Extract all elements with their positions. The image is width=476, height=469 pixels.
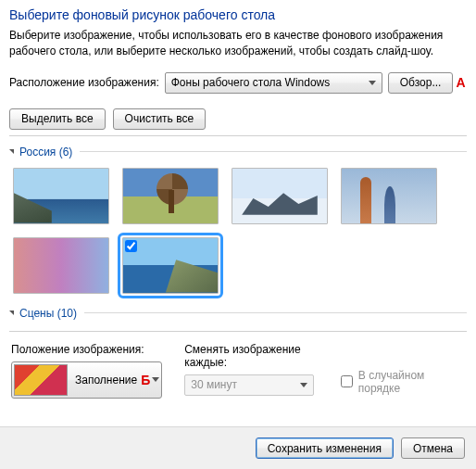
dialog-footer: Сохранить изменения Отмена [0, 426, 476, 469]
chevron-down-icon [300, 383, 307, 387]
select-all-button[interactable]: Выделить все [9, 108, 106, 130]
location-label: Расположение изображения: [9, 76, 159, 89]
chevron-down-icon [152, 377, 159, 382]
group-label: Сцены (10) [19, 307, 77, 320]
position-combo[interactable]: Заполнение Б [11, 361, 162, 399]
wallpaper-checkbox[interactable] [125, 240, 137, 252]
cancel-button[interactable]: Отмена [401, 437, 465, 459]
location-value: Фоны рабочего стола Windows [171, 76, 331, 89]
position-value: Заполнение [75, 374, 137, 387]
wallpaper-thumb[interactable] [341, 168, 437, 224]
collapse-icon [9, 311, 14, 315]
marker-b: Б [141, 373, 150, 387]
shuffle-checkbox[interactable] [341, 375, 353, 387]
shuffle-label: В случайном порядке [358, 369, 465, 395]
save-button[interactable]: Сохранить изменения [256, 437, 394, 459]
page-subtitle: Выберите изображение, чтобы использовать… [9, 28, 467, 59]
wallpaper-thumb[interactable] [232, 168, 328, 224]
group-header-scenes[interactable]: Сцены (10) [9, 307, 467, 320]
browse-button[interactable]: Обзор... [388, 72, 454, 94]
marker-a: А [456, 75, 465, 90]
interval-label: Сменять изображение каждые: [184, 343, 319, 369]
chevron-down-icon [369, 81, 376, 85]
page-title: Выберите фоновый рисунок рабочего стола [9, 7, 467, 22]
position-label: Положение изображения: [11, 343, 162, 356]
interval-combo[interactable]: 30 минут [184, 374, 314, 396]
position-preview-icon [14, 364, 68, 396]
collapse-icon [9, 149, 14, 154]
wallpaper-thumb[interactable] [122, 168, 219, 224]
shuffle-option[interactable]: В случайном порядке [341, 365, 465, 399]
interval-value: 30 минут [191, 378, 237, 391]
group-header-russia[interactable]: Россия (6) [9, 146, 467, 158]
wallpaper-thumb[interactable] [13, 237, 109, 294]
clear-all-button[interactable]: Очистить все [113, 108, 206, 130]
wallpaper-list: Россия (6) Сцены (10) [9, 135, 467, 332]
group-label: Россия (6) [19, 146, 72, 158]
wallpaper-thumb[interactable] [13, 168, 109, 224]
location-combo[interactable]: Фоны рабочего стола Windows [165, 72, 382, 94]
wallpaper-thumb-selected[interactable] [122, 237, 219, 294]
